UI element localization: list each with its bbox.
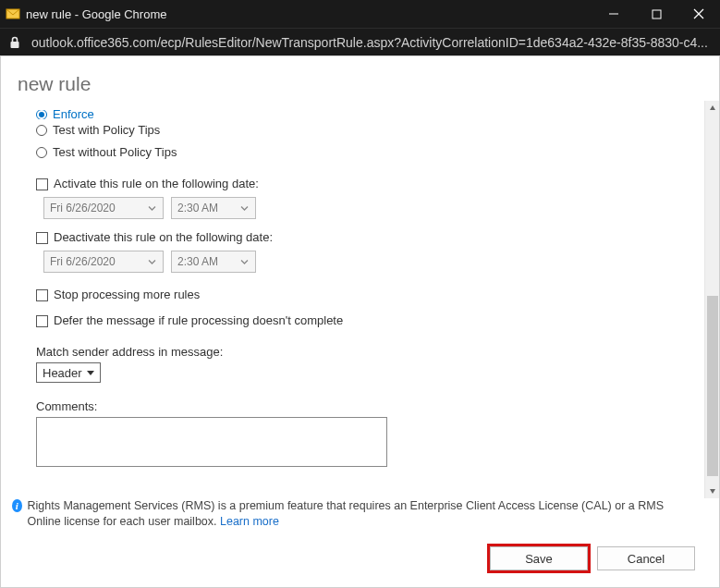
activate-date-picker[interactable]: Fri 6/26/2020 <box>43 197 164 219</box>
close-button[interactable] <box>677 0 720 28</box>
defer-checkbox-row[interactable]: Defer the message if rule processing doe… <box>36 312 693 330</box>
lock-icon <box>9 36 22 49</box>
enforce-radio-row[interactable]: Enforce <box>36 110 693 119</box>
info-text: Rights Management Services (RMS) is a pr… <box>28 498 699 530</box>
match-select[interactable]: Header <box>36 362 101 383</box>
svg-rect-5 <box>11 42 19 48</box>
chevron-down-icon <box>240 203 250 213</box>
radio-test-with-label: Test with Policy Tips <box>53 121 160 140</box>
test-without-radio-row[interactable]: Test without Policy Tips <box>36 143 693 162</box>
deactivate-date-value: Fri 6/26/2020 <box>50 255 116 268</box>
chevron-down-icon <box>148 203 157 213</box>
minimize-button[interactable] <box>592 0 635 28</box>
chevron-down-icon <box>240 257 250 266</box>
activate-label: Activate this rule on the following date… <box>54 175 259 193</box>
cancel-button[interactable]: Cancel <box>597 546 695 570</box>
scrollbar-thumb[interactable] <box>707 296 718 476</box>
stop-checkbox-row[interactable]: Stop processing more rules <box>36 286 693 304</box>
radio-test-without[interactable] <box>36 147 47 158</box>
activate-checkbox-row[interactable]: Activate this rule on the following date… <box>36 175 693 193</box>
deactivate-time-value: 2:30 AM <box>177 255 218 268</box>
match-label: Match sender address in message: <box>36 345 693 359</box>
learn-more-link[interactable]: Learn more <box>220 515 279 528</box>
content-area: new rule Enforce Test with Policy Tips T… <box>0 55 720 588</box>
window-title: new rule - Google Chrome <box>26 7 592 21</box>
deactivate-checkbox-row[interactable]: Deactivate this rule on the following da… <box>36 228 693 247</box>
svg-marker-6 <box>710 105 715 110</box>
defer-label: Defer the message if rule processing doe… <box>54 312 343 330</box>
caret-down-icon <box>87 371 94 375</box>
save-button[interactable]: Save <box>490 546 588 570</box>
titlebar: new rule - Google Chrome <box>0 0 720 28</box>
activate-time-picker[interactable]: 2:30 AM <box>171 197 256 219</box>
stop-label: Stop processing more rules <box>54 286 200 304</box>
radio-test-with[interactable] <box>36 125 47 136</box>
activate-date-value: Fri 6/26/2020 <box>50 202 116 214</box>
comments-label: Comments: <box>36 399 693 413</box>
comments-textarea[interactable] <box>36 417 387 467</box>
activate-checkbox[interactable] <box>36 178 48 190</box>
radio-test-without-label: Test without Policy Tips <box>53 143 177 162</box>
chrome-window: new rule - Google Chrome outlook.office3… <box>0 0 720 588</box>
url-text: outlook.office365.com/ecp/RulesEditor/Ne… <box>31 35 708 50</box>
radio-enforce[interactable] <box>36 110 47 119</box>
deactivate-checkbox[interactable] <box>36 232 48 244</box>
scrollbar-up-arrow[interactable] <box>705 101 720 116</box>
deactivate-time-picker[interactable]: 2:30 AM <box>171 251 256 273</box>
info-message: Rights Management Services (RMS) is a pr… <box>28 499 664 528</box>
app-icon <box>6 6 20 21</box>
chevron-down-icon <box>148 257 157 266</box>
info-icon: i <box>12 499 22 512</box>
deactivate-label: Deactivate this rule on the following da… <box>54 228 273 247</box>
address-bar[interactable]: outlook.office365.com/ecp/RulesEditor/Ne… <box>0 28 720 55</box>
page-title: new rule <box>1 56 719 101</box>
scrollbar[interactable] <box>704 101 719 498</box>
activate-time-value: 2:30 AM <box>177 202 218 214</box>
info-banner: i Rights Management Services (RMS) is a … <box>1 498 719 537</box>
deactivate-date-picker[interactable]: Fri 6/26/2020 <box>43 251 164 273</box>
svg-marker-7 <box>710 489 715 494</box>
scrollbar-track[interactable] <box>705 116 719 484</box>
form-body: Enforce Test with Policy Tips Test witho… <box>1 101 719 498</box>
stop-checkbox[interactable] <box>36 289 48 301</box>
svg-rect-2 <box>653 10 661 18</box>
scrollbar-down-arrow[interactable] <box>705 484 720 498</box>
test-with-radio-row[interactable]: Test with Policy Tips <box>36 121 693 140</box>
maximize-button[interactable] <box>635 0 677 28</box>
footer: Save Cancel <box>1 537 719 587</box>
defer-checkbox[interactable] <box>36 315 48 327</box>
match-select-value: Header <box>43 366 82 380</box>
